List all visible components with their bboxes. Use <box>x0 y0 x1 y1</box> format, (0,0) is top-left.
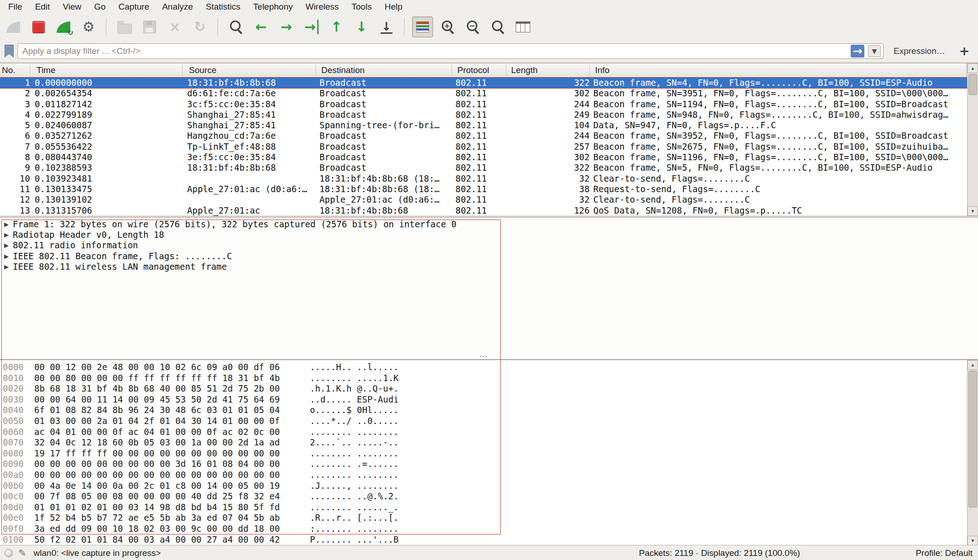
hex-row[interactable]: 0020 8b 68 18 31 bf 4b 8b 68 40 00 85 51… <box>0 383 964 394</box>
close-capture-button[interactable]: × <box>164 16 185 37</box>
capture-comment-icon[interactable]: ✎ <box>18 549 26 558</box>
zoom-out-button[interactable] <box>462 16 483 37</box>
hex-row[interactable]: 0040 6f 01 08 82 84 8b 96 24 30 48 6c 03… <box>0 405 964 416</box>
hex-row[interactable]: 0100 50 f2 02 01 01 84 00 03 a4 00 00 27… <box>0 534 964 545</box>
menu-edit[interactable]: Edit <box>29 0 57 14</box>
packet-row-12[interactable]: 120.130139102Apple_27:01:ac (d0:a6:…802.… <box>0 194 968 205</box>
hex-row[interactable]: 0080 19 17 ff ff ff 00 00 00 00 00 00 00… <box>0 448 964 459</box>
hex-row[interactable]: 00b0 00 4a 0e 14 00 0a 00 2c 01 c8 00 14… <box>0 481 964 492</box>
hex-row[interactable]: 0060 ac 04 01 00 00 0f ac 04 01 00 00 0f… <box>0 427 964 438</box>
hex-row[interactable]: 0090 00 00 00 00 00 00 00 00 00 3d 16 01… <box>0 459 964 470</box>
profile-text[interactable]: Profile: Default <box>915 548 973 558</box>
capture-options-button[interactable]: ⚙ <box>78 16 99 37</box>
menu-file[interactable]: File <box>2 0 29 14</box>
pane-splitter-handle[interactable]: ··· <box>465 355 502 359</box>
bytes-scrollbar[interactable]: ▲ ▼ <box>967 360 978 545</box>
column-header-no[interactable]: No. <box>0 63 30 77</box>
go-to-packet-button[interactable]: → <box>301 16 322 37</box>
packet-row-5[interactable]: 50.024060087Shanghai_27:85:41Spanning-tr… <box>0 120 968 131</box>
cell-time: 0.130139102 <box>35 194 183 205</box>
menu-statistics[interactable]: Statistics <box>199 0 247 14</box>
scrollbar-thumb[interactable] <box>968 74 977 95</box>
hex-row[interactable]: 00f0 3a ed dd 09 00 10 18 02 03 00 9c 00… <box>0 523 964 534</box>
packet-list-scrollbar[interactable]: ▲ ▼ <box>967 63 978 216</box>
filter-add-button[interactable]: + <box>955 44 973 58</box>
expander-icon[interactable]: ▶ <box>4 230 9 240</box>
go-forward-button[interactable]: → <box>276 16 297 37</box>
menu-telephony[interactable]: Telephony <box>247 0 299 14</box>
packet-row-8[interactable]: 80.0804437403e:f5:cc:0e:35:84Broadcast80… <box>0 152 968 162</box>
stop-capture-button[interactable] <box>28 16 49 37</box>
scroll-down-icon[interactable]: ▼ <box>968 536 978 545</box>
hex-row[interactable]: 0030 00 00 64 00 11 14 00 09 45 53 50 2d… <box>0 394 964 405</box>
filter-bookmark-icon[interactable] <box>5 45 14 58</box>
zoom-in-button[interactable] <box>437 16 458 37</box>
packet-row-7[interactable]: 70.055536422Tp-LinkT_ef:48:88Broadcast80… <box>0 141 968 152</box>
hex-row[interactable]: 00d0 01 01 01 02 01 00 03 14 98 d8 bd b4… <box>0 502 964 513</box>
packet-row-13[interactable]: 130.131315706Apple_27:01:ac18:31:bf:4b:8… <box>0 205 968 216</box>
packet-row-1[interactable]: 10.00000000018:31:bf:4b:8b:68Broadcast80… <box>0 78 968 88</box>
packet-row-3[interactable]: 30.0118271423c:f5:cc:0e:35:84Broadcast80… <box>0 99 968 110</box>
auto-scroll-button[interactable]: ↓ <box>376 16 397 37</box>
detail-row[interactable]: ▶ Radiotap Header v0, Length 18 <box>0 230 964 240</box>
column-header-dst[interactable]: Destination <box>319 63 452 77</box>
scroll-down-icon[interactable]: ▼ <box>968 206 978 216</box>
detail-row[interactable]: ▶ Frame 1: 322 bytes on wire (2576 bits)… <box>0 219 964 230</box>
packet-row-11[interactable]: 110.130133475Apple_27:01:ac (d0:a6:…18:3… <box>0 184 968 194</box>
colorize-packets-button[interactable] <box>412 16 433 37</box>
zoom-normal-button[interactable] <box>487 16 508 37</box>
detail-row[interactable]: ▶ 802.11 radio information <box>0 240 964 251</box>
hex-row[interactable]: 00c0 00 7f 08 05 00 08 00 00 00 00 40 dd… <box>0 491 964 502</box>
reload-capture-button[interactable]: ↻ <box>189 16 210 37</box>
filter-dropdown-button[interactable]: ▼ <box>868 45 881 57</box>
find-packet-button[interactable] <box>225 16 246 37</box>
expander-icon[interactable]: ▶ <box>4 219 9 230</box>
start-capture-button[interactable] <box>3 16 24 37</box>
menu-analyze[interactable]: Analyze <box>156 0 199 14</box>
menu-go[interactable]: Go <box>88 0 112 14</box>
filter-apply-icon[interactable]: → <box>851 45 864 58</box>
menu-capture[interactable]: Capture <box>112 0 156 14</box>
packet-details-tree: ▶ Frame 1: 322 bytes on wire (2576 bits)… <box>0 219 964 272</box>
column-header-proto[interactable]: Protocol <box>455 63 507 77</box>
packet-row-10[interactable]: 100.10392348118:31:bf:4b:8b:68 (18:…802.… <box>0 173 968 184</box>
packet-row-6[interactable]: 60.035271262Hangzhou_cd:7a:6eBroadcast80… <box>0 131 968 141</box>
hex-row[interactable]: 0000 00 00 12 00 2e 48 00 00 10 02 6c 09… <box>0 362 964 373</box>
hex-row[interactable]: 0010 00 00 80 00 00 00 ff ff ff ff ff ff… <box>0 373 964 384</box>
expander-icon[interactable]: ▶ <box>4 240 9 251</box>
scroll-up-icon[interactable]: ▲ <box>968 63 978 73</box>
scroll-up-icon[interactable]: ▲ <box>968 360 978 370</box>
save-capture-button[interactable] <box>139 16 160 37</box>
go-first-packet-button[interactable]: ↑ <box>326 16 347 37</box>
go-back-button[interactable]: ← <box>251 16 272 37</box>
packet-row-2[interactable]: 20.002654354d6:61:fe:cd:7a:6eBroadcast80… <box>0 88 968 99</box>
menu-wireless[interactable]: Wireless <box>299 0 345 14</box>
column-header-src[interactable]: Source <box>187 63 316 77</box>
scrollbar-thumb[interactable] <box>968 371 977 508</box>
go-last-packet-button[interactable]: ↓ <box>351 16 372 37</box>
restart-capture-button[interactable] <box>53 16 74 37</box>
hex-ascii: ........ <box>310 491 352 502</box>
hex-row[interactable]: 00e0 1f 52 b4 b5 b7 72 ae e5 5b ab 3a ed… <box>0 513 964 523</box>
menu-view[interactable]: View <box>56 0 88 14</box>
expert-info-icon[interactable] <box>5 549 13 557</box>
detail-row[interactable]: ▶ IEEE 802.11 wireless LAN management fr… <box>0 262 964 272</box>
menu-help[interactable]: Help <box>378 0 409 14</box>
hex-row[interactable]: 0050 01 03 00 00 2a 01 04 2f 01 04 30 14… <box>0 416 964 427</box>
column-header-len[interactable]: Length <box>508 63 590 77</box>
open-capture-button[interactable] <box>114 16 135 37</box>
expression-button[interactable]: Expression… <box>887 46 952 56</box>
packet-row-9[interactable]: 90.10238859318:31:bf:4b:8b:68Broadcast80… <box>0 162 968 173</box>
expander-icon[interactable]: ▶ <box>4 262 9 272</box>
detail-row[interactable]: ▶ IEEE 802.11 Beacon frame, Flags: .....… <box>0 251 964 262</box>
column-header-time[interactable]: Time <box>35 63 183 77</box>
display-filter-input[interactable] <box>17 43 884 59</box>
hex-bytes: 00 7f 08 05 00 08 00 00 <box>34 491 154 502</box>
column-header-info[interactable]: Info <box>593 63 967 77</box>
hex-row[interactable]: 0070 32 04 0c 12 18 60 0b 05 03 00 1a 00… <box>0 437 964 448</box>
expander-icon[interactable]: ▶ <box>4 251 9 262</box>
packet-row-4[interactable]: 40.022799189Shanghai_27:85:41Broadcast80… <box>0 110 968 120</box>
menu-tools[interactable]: Tools <box>345 0 378 14</box>
hex-row[interactable]: 00a0 00 00 00 00 00 00 00 00 00 00 00 00… <box>0 470 964 481</box>
resize-columns-button[interactable] <box>513 16 533 37</box>
